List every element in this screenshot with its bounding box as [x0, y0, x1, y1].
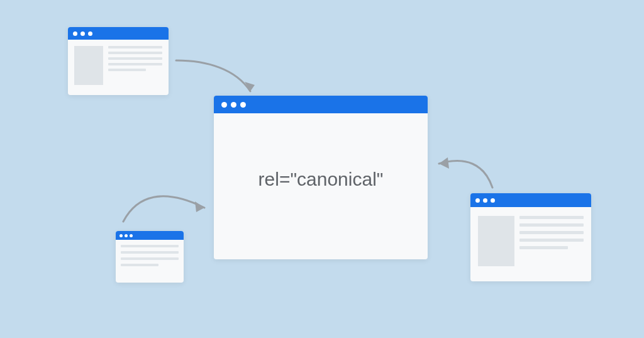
window-control-dot-icon	[88, 31, 92, 36]
arrow-head-icon	[245, 82, 255, 91]
window-content	[470, 207, 591, 275]
window-content	[116, 240, 184, 271]
content-lines-placeholder	[108, 46, 162, 85]
text-line-placeholder	[519, 231, 584, 234]
window-titlebar	[116, 231, 184, 240]
duplicate-window-right	[470, 193, 591, 281]
duplicate-window-bottom-left	[116, 231, 184, 283]
text-line-placeholder	[121, 264, 158, 266]
text-line-placeholder	[108, 63, 162, 65]
text-line-placeholder	[121, 245, 179, 247]
window-titlebar	[214, 96, 428, 113]
window-control-dot-icon	[475, 198, 480, 203]
window-titlebar	[470, 193, 591, 207]
window-content	[68, 40, 169, 91]
content-lines-placeholder	[121, 245, 179, 266]
content-thumbnail-placeholder	[478, 216, 514, 266]
duplicate-window-top-left	[68, 27, 169, 95]
arrow-bottom-left-icon	[123, 196, 204, 222]
text-line-placeholder	[519, 246, 568, 249]
text-line-placeholder	[108, 57, 162, 60]
content-lines-placeholder	[519, 216, 584, 266]
window-control-dot-icon	[119, 234, 123, 237]
arrow-head-icon	[195, 201, 204, 212]
text-line-placeholder	[108, 52, 162, 54]
text-line-placeholder	[108, 46, 162, 48]
window-control-dot-icon	[130, 234, 133, 237]
window-control-dot-icon	[125, 234, 128, 237]
window-control-dot-icon	[491, 198, 495, 203]
window-control-dot-icon	[231, 102, 236, 108]
text-line-placeholder	[519, 239, 584, 242]
canonical-window: rel="canonical"	[214, 96, 428, 259]
text-line-placeholder	[121, 251, 179, 254]
arrow-head-icon	[439, 157, 449, 169]
arrow-top-left-icon	[176, 60, 250, 91]
window-control-dot-icon	[73, 31, 77, 36]
window-control-dot-icon	[221, 102, 227, 108]
arrow-right-icon	[439, 161, 492, 188]
text-line-placeholder	[121, 257, 179, 260]
window-control-dot-icon	[483, 198, 487, 203]
text-line-placeholder	[519, 216, 584, 219]
canonical-label: rel="canonical"	[258, 169, 384, 190]
content-thumbnail-placeholder	[74, 46, 103, 85]
text-line-placeholder	[108, 69, 146, 71]
window-titlebar	[68, 27, 169, 40]
window-control-dot-icon	[240, 102, 246, 108]
text-line-placeholder	[519, 223, 584, 227]
window-control-dot-icon	[80, 31, 85, 36]
